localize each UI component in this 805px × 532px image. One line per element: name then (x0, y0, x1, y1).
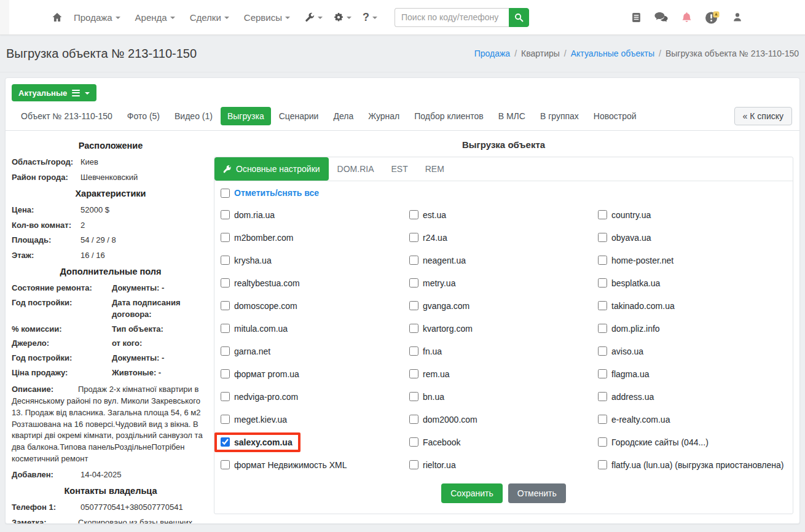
portal-dom-pliz-info[interactable]: dom.pliz.info (598, 317, 787, 340)
tab-object[interactable]: Объект № 213-110-150 (14, 107, 119, 125)
journal-icon[interactable] (632, 12, 641, 23)
checkbox[interactable] (598, 369, 607, 378)
portal-dom-ria-ua[interactable]: dom.ria.ua (221, 203, 409, 226)
bell-icon[interactable] (681, 12, 692, 23)
checkbox[interactable] (221, 210, 230, 219)
tab-domria[interactable]: DOM.RIA (329, 157, 383, 181)
portal-krysha-ua[interactable]: krysha.ua (221, 249, 409, 272)
tab-scenarios[interactable]: Сценарии (272, 107, 326, 125)
checkbox[interactable] (598, 278, 607, 288)
portal-country-ua[interactable]: country.ua (598, 203, 787, 226)
tab-journal[interactable]: Журнал (361, 107, 406, 125)
portal-domoscope-com[interactable]: domoscope.com (221, 294, 409, 317)
checkbox[interactable] (598, 301, 607, 310)
checkbox[interactable] (409, 324, 418, 333)
checkbox[interactable] (221, 392, 230, 401)
portal-flatfy-ua[interactable]: flatfy.ua (lun.ua) (выгрузка приостановл… (598, 453, 787, 476)
checkbox[interactable] (409, 392, 418, 401)
portal-m2bomber-com[interactable]: m2bomber.com (221, 226, 409, 249)
alert-icon[interactable] (705, 10, 720, 25)
checkbox[interactable] (409, 346, 418, 356)
nav-settings-menu[interactable] (334, 12, 351, 22)
checkbox[interactable] (221, 369, 230, 378)
portal-realtybestua-com[interactable]: realtybestua.com (221, 272, 409, 294)
checkbox[interactable] (221, 437, 230, 447)
checkbox[interactable] (598, 210, 607, 219)
portal-kvartorg-com[interactable]: kvartorg.com (409, 317, 598, 340)
portal-dom2000-com[interactable]: dom2000.com (409, 408, 598, 431)
checkbox[interactable] (598, 233, 607, 242)
portal-e-realty-com-ua[interactable]: e-realty.com.ua (598, 408, 787, 431)
checkbox[interactable] (221, 278, 230, 288)
checkbox[interactable] (409, 210, 418, 219)
checkbox[interactable] (598, 346, 607, 356)
user-icon[interactable] (732, 12, 742, 22)
checkbox[interactable] (409, 460, 418, 469)
tab-newbuild[interactable]: Новострой (587, 107, 643, 125)
checkbox[interactable] (409, 233, 418, 242)
checkbox[interactable] (221, 233, 230, 242)
tab-groups[interactable]: В группах (533, 107, 586, 125)
chat-icon[interactable] (654, 12, 669, 23)
portal-home-poster-net[interactable]: home-poster.net (598, 249, 787, 272)
checkbox[interactable] (409, 369, 418, 378)
portal-mitula-com-ua[interactable]: mitula.com.ua (221, 317, 409, 340)
tab-mls[interactable]: В МЛС (492, 107, 532, 125)
checkbox[interactable] (221, 256, 230, 265)
portal-bn-ua[interactable]: bn.ua (409, 385, 598, 408)
checkbox[interactable] (221, 324, 230, 333)
nav-tools-menu[interactable] (305, 12, 323, 22)
checkbox[interactable] (409, 415, 418, 424)
search-input[interactable] (395, 8, 509, 27)
portal-takinado-com-ua[interactable]: takinado.com.ua (598, 294, 787, 317)
nav-menu-deals[interactable]: Сделки (190, 12, 229, 23)
back-to-list-button[interactable]: « К списку (734, 107, 792, 125)
portal-meget-kiev-ua[interactable]: meget.kiev.ua (221, 408, 409, 431)
checkbox[interactable] (598, 415, 607, 424)
tab-client-match[interactable]: Подбор клиентов (407, 107, 490, 125)
tab-tasks[interactable]: Дела (326, 107, 360, 125)
portal-fn-ua[interactable]: fn.ua (409, 340, 598, 362)
checkbox[interactable] (409, 437, 418, 447)
checkbox[interactable] (598, 324, 607, 333)
checkbox[interactable] (409, 301, 418, 310)
checkbox[interactable] (221, 460, 230, 469)
portal-format-prom-ua[interactable]: формат prom.ua (221, 362, 409, 385)
checkbox[interactable] (598, 256, 607, 265)
checkbox[interactable] (221, 415, 230, 424)
portal-nedviga-pro-com[interactable]: nedviga-pro.com (221, 385, 409, 408)
portal-gvanga-com[interactable]: gvanga.com (409, 294, 598, 317)
portal-city-sites-044[interactable]: Городские сайты (044...) (598, 431, 787, 453)
home-button[interactable] (52, 12, 63, 23)
search-button[interactable] (509, 8, 529, 27)
portal-rem-ua[interactable]: rem.ua (409, 362, 598, 385)
portal-rieltor-ua[interactable]: rieltor.ua (409, 453, 598, 476)
portal-neagent-ua[interactable]: neagent.ua (409, 249, 598, 272)
tab-rem[interactable]: REM (417, 157, 453, 181)
tab-video[interactable]: Видео (1) (168, 107, 219, 125)
portal-besplatka-ua[interactable]: besplatka.ua (598, 272, 787, 294)
portal-est-ua[interactable]: est.ua (409, 203, 598, 226)
checkbox[interactable] (598, 437, 607, 447)
tab-main-settings[interactable]: Основные настройки (214, 157, 329, 181)
nav-help-menu[interactable]: ? (363, 11, 377, 24)
portal-garna-net[interactable]: garna.net (221, 340, 409, 362)
nav-menu-rent[interactable]: Аренда (135, 12, 175, 23)
portal-aviso-ua[interactable]: aviso.ua (598, 340, 787, 362)
portal-flagma-ua[interactable]: flagma.ua (598, 362, 787, 385)
portal-format-nedvizhimost-xml[interactable]: формат Недвижимость XML (221, 453, 409, 476)
checkbox[interactable] (221, 301, 230, 310)
tab-photos[interactable]: Фото (5) (120, 107, 167, 125)
portal-facebook[interactable]: Facebook (409, 431, 598, 453)
save-button[interactable]: Сохранить (441, 483, 503, 503)
portal-obyava-ua[interactable]: obyava.ua (598, 226, 787, 249)
breadcrumb-sales[interactable]: Продажа (474, 49, 510, 58)
select-all-checkbox[interactable] (221, 189, 230, 198)
checkbox[interactable] (221, 346, 230, 356)
cancel-button[interactable]: Отменить (508, 483, 566, 503)
portal-metry-ua[interactable]: metry.ua (409, 272, 598, 294)
checkbox[interactable] (409, 278, 418, 288)
tab-export[interactable]: Выгрузка (221, 107, 271, 125)
breadcrumb-actual-objects[interactable]: Актуальные объекты (571, 49, 654, 58)
nav-menu-services[interactable]: Сервисы (244, 12, 290, 23)
